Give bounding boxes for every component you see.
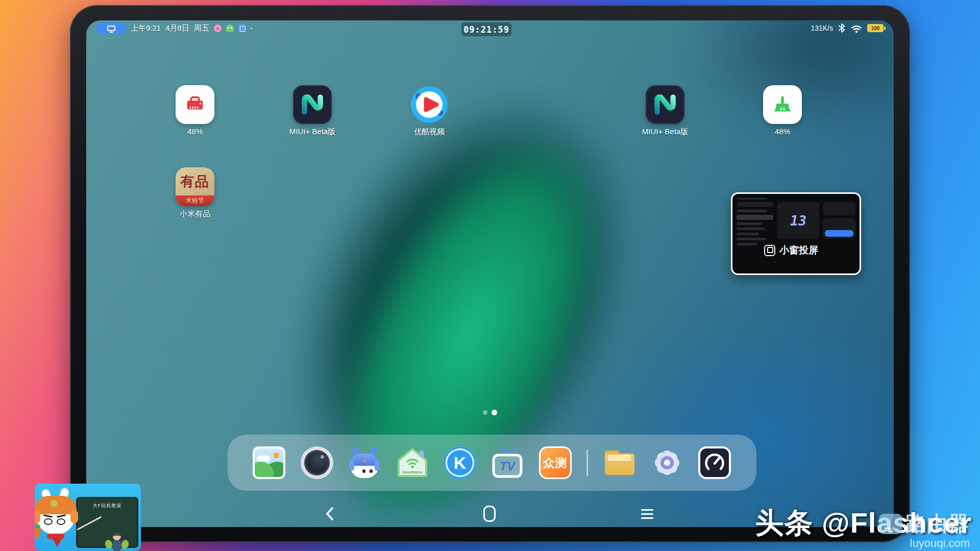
mini-window-main: 13 <box>777 202 855 248</box>
nav-home-button[interactable] <box>474 504 505 524</box>
page-dot-2-active <box>492 410 497 415</box>
page-dot-1 <box>483 410 487 415</box>
dock-app-smarthome[interactable]: SmartHome <box>396 446 429 479</box>
app-label: MIUI+ Beta版 <box>272 127 353 137</box>
dock-app-settings[interactable] <box>651 446 683 479</box>
network-speed: 131K/s <box>811 24 833 32</box>
svg-text:SmartHome: SmartHome <box>402 470 422 474</box>
menu-icon <box>641 513 653 515</box>
status-bar: 上午9:21 4月8日 周五 131K/s 100 <box>86 20 894 36</box>
wifi-icon <box>850 23 863 33</box>
mini-window-statusbar <box>737 198 767 199</box>
youpin-banner: 米粉节 <box>176 195 214 206</box>
small-window-cast-icon <box>764 245 775 256</box>
app-youku[interactable]: 优酷视频 <box>388 85 470 137</box>
app-miui-plus-2[interactable]: MIUI+ Beta版 <box>624 85 706 137</box>
status-date: 4月8日 <box>165 23 189 33</box>
youpin-icon: 有品 米粉节 <box>176 167 214 206</box>
mini-window-cast-overlay: 小窗投屏 <box>764 244 818 257</box>
mi-bunny-mascot <box>35 489 94 551</box>
bluetooth-icon <box>838 23 846 33</box>
router-name: 路由器 <box>905 510 970 538</box>
dock-app-camera[interactable] <box>301 446 333 479</box>
cleaner-broom-icon <box>763 85 802 124</box>
app-label: MIUI+ Beta版 <box>624 127 706 137</box>
camera-icon <box>301 446 333 479</box>
app-miui-plus[interactable]: MIUI+ Beta版 <box>272 85 353 137</box>
mini-window-sidebar <box>737 202 773 248</box>
notification-screenshot-icon <box>238 24 246 32</box>
dock-app-tv[interactable]: TV <box>491 446 524 479</box>
tablet-device-frame: 上午9:21 4月8日 周五 131K/s 100 <box>70 5 910 542</box>
smarthome-icon: SmartHome <box>396 446 429 479</box>
youku-icon <box>410 85 449 124</box>
battery-indicator: 100 <box>867 24 884 32</box>
nav-menu-button[interactable] <box>632 504 663 524</box>
folder-icon <box>603 446 636 479</box>
gallery-icon <box>253 446 285 479</box>
dock-app-gallery[interactable] <box>253 446 285 479</box>
notification-more-dot <box>251 28 252 29</box>
miui-plus-icon <box>646 85 684 124</box>
dock-app-xiaoai[interactable] <box>348 446 381 479</box>
app-label: 48% <box>154 127 236 136</box>
screen-cast-pill[interactable] <box>96 22 126 34</box>
status-weekday: 周五 <box>194 23 209 33</box>
router-watermark: 路由器 luyouqi.com <box>879 510 970 550</box>
dock-app-zhongce[interactable]: 众测 <box>539 446 572 479</box>
app-toolbox[interactable]: 48% <box>154 85 236 136</box>
monitor-icon <box>107 26 115 31</box>
status-time: 上午9:21 <box>131 23 161 33</box>
app-label: 48% <box>742 127 823 136</box>
xiaoai-mascot-icon <box>348 446 381 479</box>
nav-back-button[interactable] <box>314 504 345 524</box>
page-indicator <box>483 410 497 415</box>
mini-window-label: 小窗投屏 <box>779 244 818 257</box>
router-site: luyouqi.com <box>879 537 970 550</box>
youpin-icon-text: 有品 <box>180 167 210 195</box>
toolbox-icon <box>176 85 214 124</box>
svg-text:TV: TV <box>500 459 517 473</box>
settings-gear-icon <box>651 446 683 479</box>
mini-window-version: 13 <box>777 202 819 239</box>
home-icon <box>483 506 496 522</box>
dock-app-speedtest[interactable] <box>698 446 731 479</box>
mini-cast-window[interactable]: 13 小窗投屏 <box>731 192 861 275</box>
tablet-screen: 上午9:21 4月8日 周五 131K/s 100 <box>86 20 894 527</box>
k-letter: K <box>454 453 467 473</box>
battery-level: 100 <box>871 26 880 31</box>
k-app-icon: K <box>444 446 476 479</box>
router-icon <box>879 514 902 534</box>
notification-android-icon <box>226 24 234 32</box>
app-label: 小米有品 <box>154 209 236 219</box>
app-xiaomi-youpin[interactable]: 有品 米粉节 小米有品 <box>154 167 236 219</box>
speedtest-gauge-icon <box>698 446 731 479</box>
dock-app-k[interactable]: K <box>444 446 476 479</box>
mascot-sticker: 大F玩机教室 <box>35 484 141 551</box>
back-chevron-icon <box>324 506 335 521</box>
app-label: 优酷视频 <box>388 127 470 137</box>
tv-icon: TV <box>491 446 524 479</box>
dock-divider <box>586 449 588 476</box>
app-cleaner[interactable]: 48% <box>742 85 823 136</box>
notification-pig-icon <box>214 24 222 32</box>
miui-plus-icon <box>293 85 332 124</box>
zhongce-text: 众测 <box>543 455 568 471</box>
dock-app-file-manager[interactable] <box>603 446 636 479</box>
zhongce-icon: 众测 <box>539 446 572 479</box>
mascot-kid <box>108 533 126 551</box>
dock: SmartHome K TV 众测 <box>228 435 756 491</box>
